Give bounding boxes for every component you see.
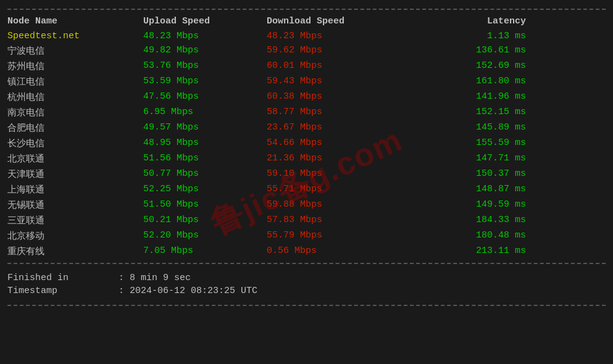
table-row: 合肥电信 49.57 Mbps 23.67 Mbps 145.89 ms <box>7 120 606 136</box>
row-node: 长沙电信 <box>7 138 143 149</box>
row-download: 59.88 Mbps <box>267 199 402 211</box>
row-upload: 51.50 Mbps <box>143 199 267 211</box>
row-download: 23.67 Mbps <box>267 122 402 134</box>
row-node: 合肥电信 <box>7 122 143 134</box>
row-upload: 51.56 Mbps <box>143 153 267 165</box>
table-row: 北京联通 51.56 Mbps 21.36 Mbps 147.71 ms <box>7 151 606 167</box>
row-download: 60.38 Mbps <box>267 91 402 103</box>
table-row: 长沙电信 48.95 Mbps 54.66 Mbps 155.59 ms <box>7 136 606 151</box>
row-node: 北京移动 <box>7 230 143 242</box>
row-upload: 49.57 Mbps <box>143 122 267 134</box>
row-latency: 213.11 ms <box>402 246 526 257</box>
footer-finished-label: Finished in <box>7 273 119 283</box>
row-download: 55.71 Mbps <box>267 184 402 196</box>
footer-finished-row: Finished in : 8 min 9 sec <box>7 271 606 284</box>
row-latency: 152.15 ms <box>402 107 526 118</box>
table-row: 上海联通 52.25 Mbps 55.71 Mbps 148.87 ms <box>7 182 606 197</box>
row-download: 57.83 Mbps <box>267 215 402 226</box>
row-upload: 52.20 Mbps <box>143 230 267 242</box>
footer-timestamp-value: : 2024-06-12 08:23:25 UTC <box>119 286 257 296</box>
row-download: 59.62 Mbps <box>267 45 402 57</box>
row-latency: 184.33 ms <box>402 215 526 226</box>
bottom-divider <box>7 263 606 264</box>
row-node: 无锡联通 <box>7 199 143 211</box>
row-download: 54.66 Mbps <box>267 138 402 149</box>
row-upload: 53.59 Mbps <box>143 76 267 88</box>
row-latency: 1.13 ms <box>402 31 526 41</box>
footer: Finished in : 8 min 9 sec Timestamp : 20… <box>7 268 606 301</box>
row-latency: 150.37 ms <box>402 168 526 180</box>
top-divider <box>7 9 606 10</box>
row-download: 21.36 Mbps <box>267 153 402 165</box>
row-node: 北京联通 <box>7 153 143 165</box>
row-node: 宁波电信 <box>7 45 143 57</box>
header-node: Node Name <box>7 16 143 27</box>
row-upload: 47.56 Mbps <box>143 91 267 103</box>
row-upload: 48.95 Mbps <box>143 138 267 149</box>
row-download: 59.10 Mbps <box>267 168 402 180</box>
row-upload: 48.23 Mbps <box>143 31 267 41</box>
row-node: 上海联通 <box>7 184 143 196</box>
footer-divider <box>7 305 606 306</box>
row-latency: 136.61 ms <box>402 45 526 57</box>
table-header: Node Name Upload Speed Download Speed La… <box>7 14 606 29</box>
row-latency: 152.69 ms <box>402 60 526 72</box>
table-row: 天津联通 50.77 Mbps 59.10 Mbps 150.37 ms <box>7 167 606 182</box>
table-row: 宁波电信 49.82 Mbps 59.62 Mbps 136.61 ms <box>7 43 606 59</box>
footer-timestamp-label: Timestamp <box>7 286 119 296</box>
row-upload: 50.77 Mbps <box>143 168 267 180</box>
table-body: Speedtest.net 48.23 Mbps 48.23 Mbps 1.13… <box>7 29 606 259</box>
header-download: Download Speed <box>267 16 402 27</box>
header-upload: Upload Speed <box>143 16 267 27</box>
row-node: Speedtest.net <box>7 31 143 41</box>
row-latency: 145.89 ms <box>402 122 526 134</box>
row-upload: 7.05 Mbps <box>143 246 267 257</box>
row-latency: 161.80 ms <box>402 76 526 88</box>
row-latency: 180.48 ms <box>402 230 526 242</box>
header-latency: Latency <box>402 16 526 27</box>
table-row: 镇江电信 53.59 Mbps 59.43 Mbps 161.80 ms <box>7 74 606 89</box>
row-download: 58.77 Mbps <box>267 107 402 118</box>
table-row: Speedtest.net 48.23 Mbps 48.23 Mbps 1.13… <box>7 29 606 43</box>
row-upload: 52.25 Mbps <box>143 184 267 196</box>
footer-finished-value: : 8 min 9 sec <box>119 273 191 283</box>
row-latency: 147.71 ms <box>402 153 526 165</box>
table-row: 北京移动 52.20 Mbps 55.79 Mbps 180.48 ms <box>7 228 606 244</box>
row-download: 48.23 Mbps <box>267 31 402 41</box>
row-latency: 149.59 ms <box>402 199 526 211</box>
row-download: 59.43 Mbps <box>267 76 402 88</box>
row-download: 60.01 Mbps <box>267 60 402 72</box>
row-latency: 155.59 ms <box>402 138 526 149</box>
table-row: 杭州电信 47.56 Mbps 60.38 Mbps 141.96 ms <box>7 89 606 105</box>
row-node: 杭州电信 <box>7 91 143 103</box>
row-download: 55.79 Mbps <box>267 230 402 242</box>
table-row: 南京电信 6.95 Mbps 58.77 Mbps 152.15 ms <box>7 105 606 120</box>
table-row: 无锡联通 51.50 Mbps 59.88 Mbps 149.59 ms <box>7 197 606 213</box>
row-node: 重庆有线 <box>7 246 143 257</box>
row-latency: 141.96 ms <box>402 91 526 103</box>
row-node: 天津联通 <box>7 168 143 180</box>
row-node: 三亚联通 <box>7 215 143 226</box>
table-row: 重庆有线 7.05 Mbps 0.56 Mbps 213.11 ms <box>7 244 606 259</box>
row-upload: 6.95 Mbps <box>143 107 267 118</box>
row-upload: 53.76 Mbps <box>143 60 267 72</box>
row-download: 0.56 Mbps <box>267 246 402 257</box>
row-node: 南京电信 <box>7 107 143 118</box>
row-upload: 49.82 Mbps <box>143 45 267 57</box>
table-row: 苏州电信 53.76 Mbps 60.01 Mbps 152.69 ms <box>7 59 606 74</box>
footer-timestamp-row: Timestamp : 2024-06-12 08:23:25 UTC <box>7 284 606 297</box>
row-node: 镇江电信 <box>7 76 143 88</box>
row-upload: 50.21 Mbps <box>143 215 267 226</box>
row-node: 苏州电信 <box>7 60 143 72</box>
table-row: 三亚联通 50.21 Mbps 57.83 Mbps 184.33 ms <box>7 213 606 228</box>
row-latency: 148.87 ms <box>402 184 526 196</box>
